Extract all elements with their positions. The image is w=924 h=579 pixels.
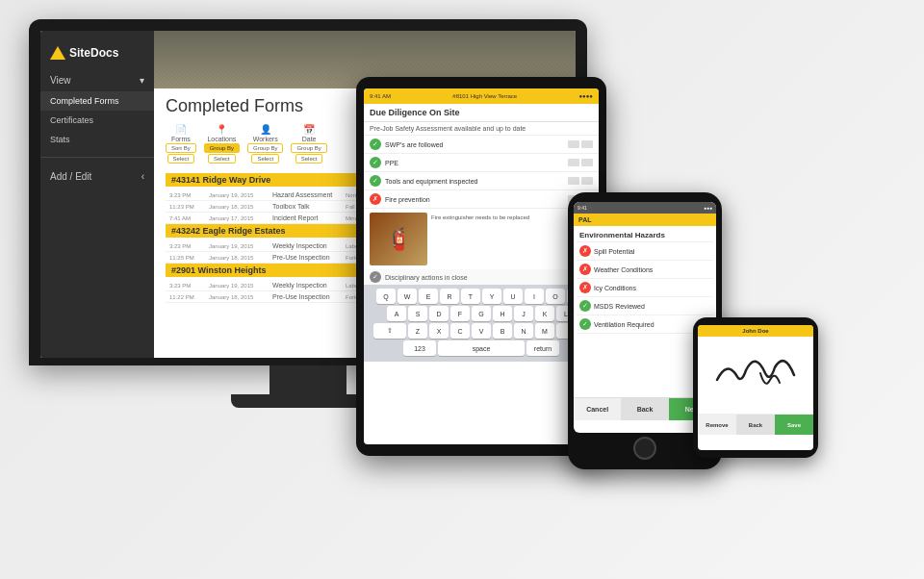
sidebar-logo: SiteDocs: [40, 40, 154, 69]
key-g[interactable]: G: [472, 306, 491, 321]
key-123[interactable]: 123: [403, 340, 436, 356]
phone-row-text-4: MSDS Reviewed: [594, 303, 710, 310]
key-h[interactable]: H: [493, 306, 512, 321]
key-u[interactable]: U: [503, 289, 523, 304]
row-time: 3:23 PM: [169, 192, 203, 198]
key-j[interactable]: J: [514, 306, 533, 321]
signature-svg: [707, 346, 804, 404]
toolbar-date: 📅 Date Group By Select: [291, 124, 326, 164]
phone-check-4: ✓: [579, 300, 591, 312]
workers-icon: 👤: [260, 124, 271, 135]
key-i[interactable]: I: [525, 289, 544, 304]
workers-group-btn[interactable]: Group By: [247, 143, 283, 153]
locations-group-btn[interactable]: Group By: [204, 143, 240, 153]
key-t[interactable]: T: [461, 289, 480, 304]
tablet-status-bar: 9:41 AM #8101 High View Terrace ●●●●: [364, 88, 599, 104]
tablet-row-4[interactable]: ✗ Fire prevention: [364, 190, 599, 209]
tablet-icon-note: [581, 159, 593, 166]
date-select-btn[interactable]: Select: [295, 154, 323, 164]
sidebar-item-completed-forms[interactable]: Completed Forms: [40, 91, 154, 111]
monitor-stand-neck: [270, 365, 346, 394]
toolbar-forms: 📄 Forms Sort By Select: [166, 124, 196, 164]
locations-select-btn[interactable]: Select: [208, 154, 236, 164]
row-time: 3:23 PM: [169, 243, 203, 249]
key-z[interactable]: Z: [408, 323, 427, 339]
tablet-row-3[interactable]: ✓ Tools and equipment inspected: [364, 172, 599, 190]
fire-extinguisher-icon: 🧯: [386, 227, 412, 252]
row-type: Pre-Use Inspection: [272, 254, 340, 261]
signature-remove-button[interactable]: Remove: [698, 415, 736, 435]
key-r[interactable]: R: [440, 289, 459, 304]
key-f[interactable]: F: [450, 306, 470, 321]
phone-row-1[interactable]: ✗ Spill Potential: [577, 242, 713, 261]
keyboard-row-2: A S D F G H J K L: [367, 306, 596, 321]
phone-row-4[interactable]: ✓ MSDS Reviewed: [577, 297, 713, 315]
phone-row-3[interactable]: ✗ Icy Conditions: [577, 279, 713, 297]
phone-back-button[interactable]: Back: [621, 397, 668, 420]
row-time: 11:25 PM: [169, 255, 203, 261]
row-type: Incident Report: [272, 214, 340, 221]
tablet-subtitle: Pre-Job Safety Assessment available and …: [370, 125, 526, 132]
row-type: Weekly Inspection: [272, 242, 340, 249]
date-group-btn[interactable]: Group By: [291, 143, 326, 153]
key-y[interactable]: Y: [482, 289, 501, 304]
forms-sort-btn[interactable]: Sort By: [166, 143, 196, 153]
phone-row-text-2: Weather Conditions: [594, 266, 710, 273]
key-e[interactable]: E: [419, 289, 438, 304]
sidebar-section-view: View ▾ Completed Forms Certificates Stat…: [40, 69, 154, 149]
key-c[interactable]: C: [450, 323, 470, 339]
key-b[interactable]: B: [493, 323, 512, 339]
key-q[interactable]: Q: [376, 289, 396, 304]
phone-status-bar: 9:41 ●●●: [574, 202, 716, 214]
row-time: 7:41 AM: [169, 215, 203, 221]
tablet-row-1[interactable]: ✓ SWP's are followed: [364, 136, 599, 154]
toolbar-locations: 📍 Locations Group By Select: [204, 124, 240, 164]
row-date: January 19, 2015: [209, 243, 267, 249]
key-return[interactable]: return: [526, 340, 559, 356]
signature-area[interactable]: [698, 337, 813, 414]
key-s[interactable]: S: [408, 306, 427, 321]
sidebar-item-certificates[interactable]: Certificates: [40, 111, 154, 130]
sidebar-view-header[interactable]: View ▾: [40, 69, 154, 91]
date-label: Date: [302, 136, 317, 142]
sidebar-item-stats[interactable]: Stats: [40, 130, 154, 149]
row-type: Hazard Assessment: [272, 191, 340, 198]
phone-home-button[interactable]: [633, 437, 656, 460]
tablet-content: Due Diligence On Site Pre-Job Safety Ass…: [364, 104, 599, 444]
tablet-row-2[interactable]: ✓ PPE: [364, 154, 599, 172]
key-space[interactable]: space: [438, 340, 525, 356]
key-n[interactable]: N: [514, 323, 533, 339]
toolbar-workers: 👤 Workers Group By Select: [247, 124, 283, 164]
key-w[interactable]: W: [398, 289, 417, 304]
row-time: 11:22 PM: [169, 294, 203, 300]
workers-select-btn[interactable]: Select: [251, 154, 279, 164]
tablet-row-icons-2: [568, 159, 593, 166]
sidebar-item-label: Completed Forms: [50, 96, 119, 106]
sidebar-item-label: Certificates: [50, 115, 93, 125]
forms-select-btn[interactable]: Select: [167, 154, 195, 164]
key-k[interactable]: K: [535, 306, 554, 321]
signature-back-button[interactable]: Back: [736, 415, 775, 435]
key-x[interactable]: X: [429, 323, 449, 339]
tablet-icon-camera: [568, 140, 579, 148]
phone-status-signal: ●●●: [704, 205, 712, 211]
row-date: January 18, 2015: [209, 294, 267, 300]
tablet-row-text-4: Fire prevention: [385, 196, 564, 203]
tablet-subrow-note: ✓ Disciplinary actions in close: [364, 269, 599, 285]
signature-save-button[interactable]: Save: [775, 415, 813, 435]
phone-row-2[interactable]: ✗ Weather Conditions: [577, 261, 713, 279]
key-v[interactable]: V: [472, 323, 491, 339]
phone-cancel-button[interactable]: Cancel: [574, 397, 621, 420]
key-m[interactable]: M: [535, 323, 554, 339]
date-icon: 📅: [303, 124, 315, 135]
key-shift[interactable]: ⇧: [373, 323, 406, 339]
tablet-row-subtitle: Pre-Job Safety Assessment available and …: [364, 122, 599, 136]
row-date: January 18, 2015: [209, 255, 267, 261]
row-type: Toolbox Talk: [272, 203, 340, 210]
key-a[interactable]: A: [387, 306, 406, 321]
row-date: January 17, 2015: [209, 215, 267, 221]
key-o[interactable]: O: [546, 289, 565, 304]
row-type: Weekly Inspection: [272, 282, 340, 289]
sidebar-add-edit[interactable]: Add / Edit ‹: [40, 165, 154, 188]
key-d[interactable]: D: [429, 306, 449, 321]
